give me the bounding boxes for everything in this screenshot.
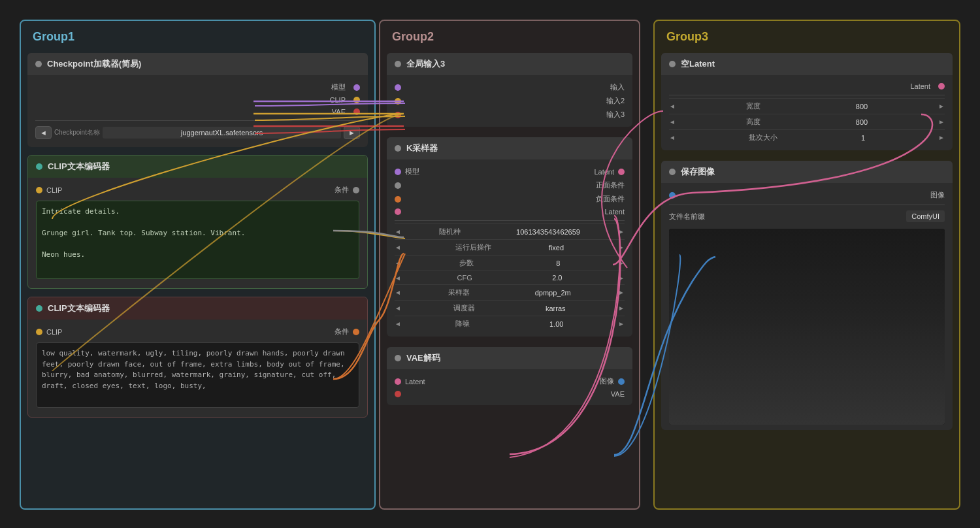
k-sampler-pos-port: 正面条件 bbox=[395, 178, 625, 192]
k-sampler-steps-next[interactable]: ► bbox=[618, 259, 625, 267]
clip-pos-text[interactable]: Intricate details. Grunge girl. Tank top… bbox=[36, 201, 359, 279]
empty-latent-batch-prev[interactable]: ◄ bbox=[669, 134, 676, 141]
checkpoint-loader-node: Checkpoint加载器(简易) 模型 CLIP VAE ◄ bbox=[27, 53, 368, 147]
k-sampler-cfg-next[interactable]: ► bbox=[618, 274, 625, 282]
global-input1-label: 输入 bbox=[610, 82, 625, 92]
vae-decode-node: VAE解码 Latent 图像 VAE bbox=[387, 347, 632, 405]
k-sampler-scheduler-value: karras bbox=[546, 305, 566, 312]
empty-latent-batch-row: ◄ 批次大小 1 ► bbox=[669, 129, 945, 145]
k-sampler-latent-in-port: Latent bbox=[395, 206, 625, 218]
checkpoint-clip-connector[interactable] bbox=[353, 97, 360, 103]
k-sampler-latent-out-connector[interactable] bbox=[618, 169, 625, 175]
empty-latent-height-next[interactable]: ► bbox=[938, 118, 945, 125]
k-sampler-model-label: 模型 bbox=[405, 167, 419, 176]
global-input2-connector[interactable] bbox=[395, 98, 401, 105]
k-sampler-sampler-prev[interactable]: ◄ bbox=[395, 289, 401, 296]
k-sampler-cfg-prev[interactable]: ◄ bbox=[395, 274, 401, 282]
group3-title: Group3 bbox=[661, 27, 953, 46]
k-sampler-steps-value: 8 bbox=[556, 259, 560, 267]
checkpoint-vae-label: VAE bbox=[332, 108, 346, 116]
k-sampler-neg-port: 负面条件 bbox=[395, 192, 625, 206]
k-sampler-steps-label: 步数 bbox=[459, 258, 498, 268]
vae-decode-dot bbox=[395, 355, 401, 361]
k-sampler-seed-next[interactable]: ► bbox=[618, 228, 625, 235]
empty-latent-width-next[interactable]: ► bbox=[938, 103, 945, 110]
group2-title: Group2 bbox=[387, 27, 632, 46]
k-sampler-cfg-value: 2.0 bbox=[552, 274, 562, 282]
k-sampler-steps-prev[interactable]: ◄ bbox=[395, 259, 401, 267]
clip-pos-condition-connector[interactable] bbox=[353, 187, 359, 193]
save-image-body: 图像 文件名前缀 ComfyUI bbox=[661, 183, 953, 430]
k-sampler-latent-in-label: Latent bbox=[604, 208, 625, 216]
k-sampler-model-in-connector[interactable] bbox=[395, 169, 401, 175]
k-sampler-cfg-row: ◄ CFG 2.0 ► bbox=[395, 271, 625, 284]
k-sampler-neg-in-connector[interactable] bbox=[395, 196, 401, 203]
clip-encoder-positive-node: CLIP文本编码器 CLIP 条件 Intricate details. Gru… bbox=[27, 155, 368, 289]
vae-decode-image-out-label: 图像 bbox=[600, 376, 614, 386]
global-input3-node: 全局输入3 输入 输入2 输入3 bbox=[387, 53, 632, 127]
save-image-header: 保存图像 bbox=[661, 161, 953, 183]
clip-pos-clip-connector[interactable] bbox=[36, 187, 42, 193]
k-sampler-run-prev[interactable]: ◄ bbox=[395, 244, 401, 251]
k-sampler-denoise-next[interactable]: ► bbox=[618, 320, 625, 327]
k-sampler-seed-row: ◄ 随机种 1061343543462659 ► bbox=[395, 223, 625, 239]
k-sampler-denoise-row: ◄ 降噪 1.00 ► bbox=[395, 316, 625, 331]
k-sampler-cfg-label: CFG bbox=[457, 274, 497, 282]
k-sampler-scheduler-prev[interactable]: ◄ bbox=[395, 305, 401, 312]
empty-latent-width-prev[interactable]: ◄ bbox=[669, 103, 676, 110]
global-input3-title: 全局输入3 bbox=[406, 58, 625, 70]
checkpoint-loader-body: 模型 CLIP VAE ◄ Checkpoint名称 juggernautXL.… bbox=[27, 75, 368, 147]
k-sampler-pos-in-connector[interactable] bbox=[395, 182, 401, 189]
global-input3-connector[interactable] bbox=[395, 112, 401, 118]
k-sampler-run-next[interactable]: ► bbox=[618, 244, 625, 251]
clip-encoder-negative-header: CLIP文本编码器 bbox=[28, 297, 367, 320]
empty-latent-body: Latent ◄ 宽度 800 ► ◄ 高度 800 ► ◄ bbox=[661, 75, 953, 150]
empty-latent-height-label: 高度 bbox=[746, 117, 785, 127]
checkpoint-loader-dot bbox=[35, 61, 42, 67]
k-sampler-seed-prev[interactable]: ◄ bbox=[395, 228, 401, 235]
k-sampler-scheduler-next[interactable]: ► bbox=[618, 305, 625, 312]
k-sampler-scheduler-label: 调度器 bbox=[453, 303, 493, 313]
group1: Group1 Checkpoint加载器(简易) 模型 CLIP VAE bbox=[20, 20, 376, 510]
empty-latent-out-connector[interactable] bbox=[938, 83, 945, 90]
k-sampler-neg-label: 负面条件 bbox=[596, 194, 625, 204]
empty-latent-batch-next[interactable]: ► bbox=[938, 134, 945, 141]
clip-neg-clip-connector[interactable] bbox=[36, 329, 42, 335]
empty-latent-dot bbox=[669, 61, 676, 67]
k-sampler-latent-in-connector[interactable] bbox=[395, 208, 401, 215]
k-sampler-model-port: 模型 Latent bbox=[395, 165, 625, 178]
vae-decode-latent-connector[interactable] bbox=[395, 378, 401, 385]
clip-encoder-positive-body: CLIP 条件 Intricate details. Grunge girl. … bbox=[28, 178, 367, 288]
save-image-dot bbox=[669, 169, 676, 175]
vae-decode-vae-label: VAE bbox=[611, 390, 625, 398]
checkpoint-selector-label: Checkpoint名称 bbox=[54, 127, 100, 139]
k-sampler-body: 模型 Latent 正面条件 负面条件 Late bbox=[387, 159, 632, 337]
checkpoint-clip-label: CLIP bbox=[330, 96, 346, 104]
vae-decode-image-out-connector[interactable] bbox=[618, 378, 625, 385]
save-image-in-connector[interactable] bbox=[669, 192, 676, 199]
vae-decode-latent-port: Latent 图像 bbox=[395, 374, 625, 388]
empty-latent-height-prev[interactable]: ◄ bbox=[669, 118, 676, 125]
checkpoint-model-port: 模型 bbox=[35, 80, 360, 94]
empty-latent-batch-label: 批次大小 bbox=[749, 133, 788, 142]
empty-latent-width-label: 宽度 bbox=[746, 101, 785, 111]
k-sampler-sampler-next[interactable]: ► bbox=[618, 289, 625, 296]
clip-encoder-positive-title: CLIP文本编码器 bbox=[48, 161, 359, 173]
checkpoint-vae-connector[interactable] bbox=[353, 108, 360, 115]
clip-neg-condition-connector[interactable] bbox=[353, 329, 359, 335]
k-sampler-run-row: ◄ 运行后操作 fixed ► bbox=[395, 239, 625, 255]
vae-decode-vae-connector[interactable] bbox=[395, 391, 401, 397]
k-sampler-sampler-label: 采样器 bbox=[448, 288, 487, 297]
checkpoint-prev-btn[interactable]: ◄ bbox=[35, 126, 52, 139]
k-sampler-denoise-prev[interactable]: ◄ bbox=[395, 320, 401, 327]
empty-latent-out-label: Latent bbox=[910, 82, 930, 90]
k-sampler-run-label: 运行后操作 bbox=[455, 242, 495, 252]
checkpoint-model-connector[interactable] bbox=[353, 84, 360, 91]
checkpoint-next-btn[interactable]: ► bbox=[344, 126, 360, 139]
k-sampler-title: K采样器 bbox=[406, 142, 625, 154]
global-input3-port: 输入3 bbox=[395, 108, 625, 122]
save-image-title: 保存图像 bbox=[681, 166, 945, 178]
clip-neg-text[interactable]: low quality, watermark, ugly, tiling, po… bbox=[36, 342, 359, 408]
save-image-port: 图像 bbox=[669, 188, 945, 202]
global-input1-connector[interactable] bbox=[395, 84, 401, 91]
